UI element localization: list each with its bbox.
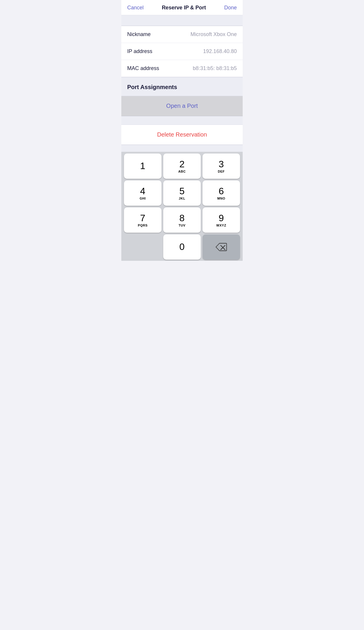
cancel-button[interactable]: Cancel [127, 5, 144, 11]
numpad-empty [124, 234, 161, 260]
ip-value: 192.168.40.80 [203, 48, 237, 55]
numpad-key-5[interactable]: 5 JKL [163, 181, 201, 206]
keyboard-spacer [121, 145, 243, 152]
open-port-label: Open a Port [166, 103, 198, 109]
numpad-key-0[interactable]: 0 [163, 234, 201, 260]
mac-address-row[interactable]: MAC address b8:31:b5: b8:31:b5 [121, 60, 243, 77]
nickname-label: Nickname [127, 31, 151, 38]
numpad: 1 2 ABC 3 DEF 4 GHI 5 JKL 6 MNO 7 PQRS [121, 152, 243, 261]
numpad-key-7[interactable]: 7 PQRS [124, 207, 161, 233]
numpad-key-8[interactable]: 8 TUV [163, 207, 201, 233]
numpad-row-2: 4 GHI 5 JKL 6 MNO [123, 181, 241, 206]
numpad-row-3: 7 PQRS 8 TUV 9 WXYZ [123, 207, 241, 233]
separator [121, 116, 243, 125]
port-assignments-header: Port Assignments [121, 77, 243, 96]
numpad-key-4[interactable]: 4 GHI [124, 181, 161, 206]
mac-value: b8:31:b5: b8:31:b5 [193, 65, 237, 71]
numpad-row-1: 1 2 ABC 3 DEF [123, 154, 241, 179]
delete-reservation-button[interactable]: Delete Reservation [121, 125, 243, 145]
numpad-row-4: 0 [123, 234, 241, 260]
numpad-key-9[interactable]: 9 WXYZ [203, 207, 240, 233]
numpad-key-3[interactable]: 3 DEF [203, 154, 240, 179]
numpad-key-6[interactable]: 6 MNO [203, 181, 240, 206]
page-title: Reserve IP & Port [162, 5, 206, 11]
nickname-row[interactable]: Nickname Microsoft Xbox One [121, 26, 243, 43]
open-a-port-button[interactable]: Open a Port [121, 96, 243, 116]
nickname-value: Microsoft Xbox One [190, 31, 237, 38]
ip-label: IP address [127, 48, 152, 55]
mac-label: MAC address [127, 65, 159, 71]
delete-label: Delete Reservation [157, 131, 207, 138]
numpad-key-2[interactable]: 2 ABC [163, 154, 201, 179]
top-spacer [121, 15, 243, 26]
ip-address-row[interactable]: IP address 192.168.40.80 [121, 43, 243, 60]
form-section: Nickname Microsoft Xbox One IP address 1… [121, 26, 243, 77]
numpad-key-1[interactable]: 1 [124, 154, 161, 179]
delete-icon [215, 243, 227, 251]
numpad-delete-button[interactable] [203, 234, 240, 260]
port-assignments-label: Port Assignments [127, 84, 177, 90]
done-button[interactable]: Done [224, 5, 237, 11]
header: Cancel Reserve IP & Port Done [121, 0, 243, 15]
